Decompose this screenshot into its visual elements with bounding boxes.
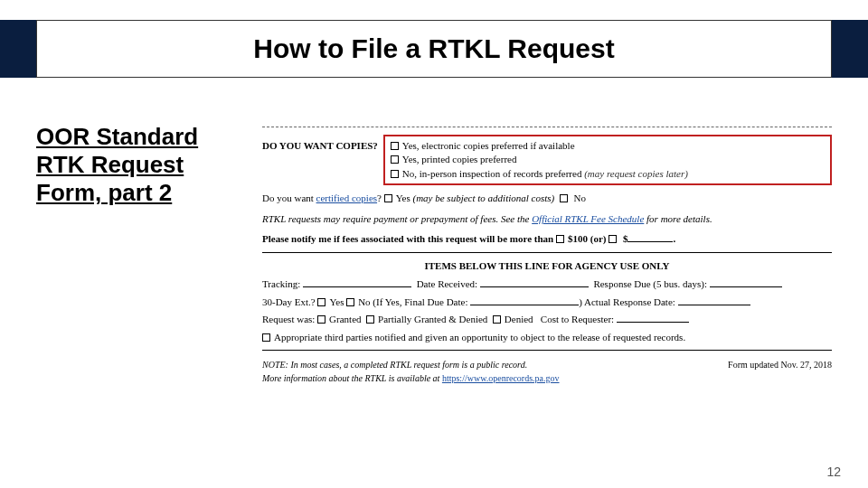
denied-label: Denied [505, 314, 533, 324]
note-left: NOTE: In most cases, a completed RTKL re… [262, 358, 728, 385]
actual-label: ) Actual Response Date: [579, 296, 675, 307]
note-2a: More information about the RTKL is avail… [262, 373, 442, 383]
copies-option-3-text: No, in-person inspection of records pref… [402, 168, 584, 179]
disposition-row: Request was: Granted Partially Granted &… [262, 312, 832, 327]
copies-option-1: Yes, electronic copies preferred if avai… [391, 139, 823, 153]
certified-suffix: ? [377, 192, 384, 203]
certified-prefix: Do you want [262, 192, 316, 203]
subtitle: OOR Standard RTK Request Form, part 2 [36, 123, 235, 385]
form-excerpt: DO YOU WANT COPIES? Yes, electronic copi… [262, 123, 832, 385]
divider-solid [262, 252, 832, 253]
copies-question-row: DO YOU WANT COPIES? Yes, electronic copi… [262, 135, 832, 185]
page-number: 12 [826, 465, 841, 479]
notify-100: $100 [568, 233, 590, 244]
form-updated: Form updated Nov. 27, 2018 [728, 358, 832, 385]
checkbox-icon[interactable] [391, 142, 399, 150]
note-1: NOTE: In most cases, a completed RTKL re… [262, 358, 728, 371]
footer-note-row: NOTE: In most cases, a completed RTKL re… [262, 358, 832, 385]
checkbox-icon[interactable] [391, 155, 399, 164]
ext-label: 30-Day Ext.? [262, 296, 316, 307]
checkbox-icon[interactable] [366, 315, 374, 324]
certified-row: Do you want certified copies? Yes (may b… [262, 191, 832, 206]
fill-date-received[interactable] [480, 278, 589, 287]
notify-text: Please notify me if fees associated with… [262, 233, 553, 244]
checkbox-icon[interactable] [262, 333, 270, 342]
checkbox-icon[interactable] [317, 315, 326, 324]
certified-yes-note: (may be subject to additional costs) [412, 192, 554, 203]
agency-only-header: ITEMS BELOW THIS LINE FOR AGENCY USE ONL… [262, 258, 832, 274]
checkbox-icon[interactable] [391, 170, 399, 178]
checkbox-icon[interactable] [346, 298, 354, 306]
certified-yes: Yes [396, 192, 413, 203]
tracking-label: Tracking: [262, 278, 300, 289]
ext-yes: Yes [329, 296, 344, 307]
fees-row: RTKL requests may require payment or pre… [262, 211, 832, 227]
fill-cost[interactable] [617, 314, 689, 323]
notify-blank-prefix: $ [620, 233, 627, 244]
copies-options-highlight: Yes, electronic copies preferred if avai… [383, 135, 832, 185]
checkbox-icon[interactable] [556, 235, 564, 243]
checkbox-icon[interactable] [609, 235, 617, 243]
partial-label: Partially Granted & Denied [378, 314, 487, 324]
certified-no: No [571, 192, 586, 203]
copies-label: DO YOU WANT COPIES? [262, 135, 378, 154]
checkbox-icon[interactable] [384, 194, 392, 202]
copies-option-2: Yes, printed copies preferred [391, 153, 823, 166]
fill-actual-date[interactable] [678, 296, 750, 305]
fill-amount[interactable] [627, 233, 673, 242]
notify-or: (or) [590, 233, 607, 244]
copies-option-2-text: Yes, printed copies preferred [402, 154, 517, 164]
third-party-text: Appropriate third parties notified and g… [274, 332, 685, 343]
checkbox-icon[interactable] [317, 298, 326, 306]
response-due-label: Response Due (5 bus. days): [593, 278, 707, 289]
third-party-row: Appropriate third parties notified and g… [262, 330, 832, 345]
fill-tracking[interactable] [303, 278, 411, 287]
fees-text-b: for more details. [644, 213, 712, 224]
fees-text-a: RTKL requests may require payment or pre… [262, 213, 532, 224]
copies-option-3-note: (may request copies later) [584, 168, 688, 179]
ext-no: No (If Yes, Final Due Date: [358, 296, 467, 307]
granted-label: Granted [329, 314, 361, 324]
fill-final-due[interactable] [470, 296, 579, 305]
certified-copies-link[interactable]: certified copies [316, 192, 378, 203]
copies-option-1-text: Yes, electronic copies preferred if avai… [402, 140, 575, 151]
note-2: More information about the RTKL is avail… [262, 371, 728, 385]
content-area: OOR Standard RTK Request Form, part 2 DO… [0, 105, 868, 385]
request-was-label: Request was: [262, 314, 315, 324]
extension-row: 30-Day Ext.? Yes No (If Yes, Final Due D… [262, 295, 832, 310]
tracking-row: Tracking: Date Received: Response Due (5… [262, 277, 832, 292]
date-received-label: Date Received: [417, 278, 478, 289]
notify-row: Please notify me if fees associated with… [262, 231, 832, 247]
copies-option-3: No, in-person inspection of records pref… [391, 167, 823, 181]
openrecords-link[interactable]: https://www.openrecords.pa.gov [442, 373, 560, 383]
title-bar: How to File a RTKL Request [0, 20, 868, 78]
checkbox-icon[interactable] [493, 315, 501, 324]
divider-solid-2 [262, 350, 832, 351]
fill-response-due[interactable] [710, 278, 782, 287]
checkbox-icon[interactable] [560, 194, 568, 202]
fee-schedule-link[interactable]: Official RTKL Fee Schedule [532, 213, 644, 224]
slide-title: How to File a RTKL Request [36, 20, 832, 78]
cost-label: Cost to Requester: [541, 314, 614, 324]
divider-dashed [262, 127, 832, 127]
